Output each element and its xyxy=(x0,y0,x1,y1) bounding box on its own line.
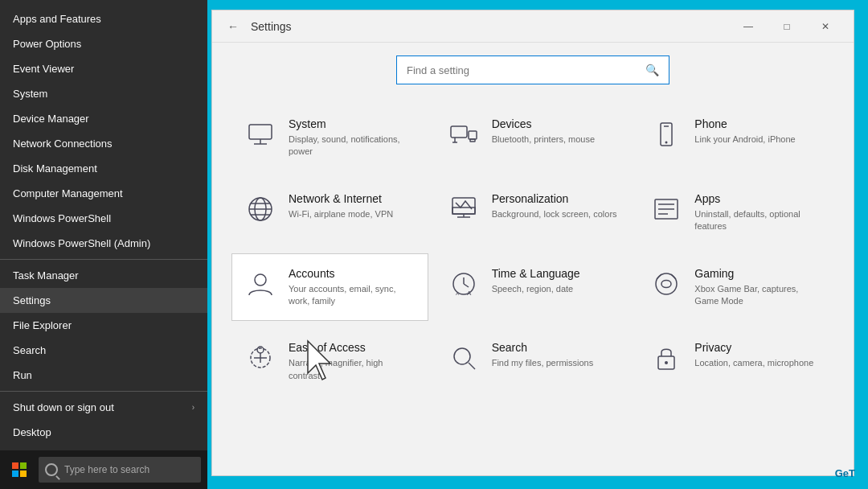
svg-rect-11 xyxy=(470,139,475,142)
settings-search-bar[interactable]: 🔍 xyxy=(396,55,669,84)
minimize-button[interactable]: — xyxy=(730,14,767,39)
settings-item-ease[interactable]: Ease of Access Narrator, magnifier, high… xyxy=(231,327,428,396)
menu-item-event-viewer[interactable]: Event Viewer xyxy=(0,56,207,81)
accounts-icon xyxy=(244,267,277,301)
svg-point-41 xyxy=(454,348,470,364)
menu-item-label: Disk Management xyxy=(13,162,97,175)
maximize-button[interactable]: □ xyxy=(768,14,805,39)
menu-item-settings[interactable]: Settings xyxy=(0,288,207,313)
ease-desc: Narrator, magnifier, high contrast xyxy=(289,357,416,382)
gaming-title: Gaming xyxy=(694,267,822,280)
menu-item-windows-powershell[interactable]: Windows PowerShell xyxy=(0,206,207,231)
phone-title: Phone xyxy=(694,117,795,130)
accounts-title: Accounts xyxy=(289,267,416,280)
time-title: Time & Language xyxy=(492,267,580,280)
svg-rect-2 xyxy=(12,471,18,477)
phone-icon xyxy=(649,117,683,151)
close-button[interactable]: ✕ xyxy=(807,14,844,39)
svg-rect-4 xyxy=(249,125,272,139)
settings-item-time[interactable]: AA Time & Language Speech, region, date xyxy=(435,253,632,322)
privacy-text: Privacy Location, camera, microphone xyxy=(694,341,813,369)
settings-item-system[interactable]: System Display, sound, notifications, po… xyxy=(231,104,428,172)
svg-point-37 xyxy=(257,347,264,353)
accounts-desc: Your accounts, email, sync, work, family xyxy=(289,283,416,308)
window-title: Settings xyxy=(251,20,292,33)
svg-line-42 xyxy=(469,363,475,369)
menu-item-device-manager[interactable]: Device Manager xyxy=(0,106,207,131)
network-icon xyxy=(244,192,277,226)
menu-item-label: Task Manager xyxy=(13,269,79,281)
system-desc: Display, sound, notifications, power xyxy=(289,134,416,158)
menu-item-file-explorer[interactable]: File Explorer xyxy=(0,313,207,338)
settings-item-network[interactable]: Network & Internet Wi-Fi, airplane mode,… xyxy=(231,179,428,247)
svg-text:A: A xyxy=(456,291,459,296)
settings-item-privacy[interactable]: Privacy Location, camera, microphone xyxy=(637,327,834,396)
svg-rect-8 xyxy=(469,131,477,139)
menu-item-label: Power Options xyxy=(13,38,81,50)
svg-point-28 xyxy=(255,274,266,286)
devices-icon xyxy=(447,117,481,151)
devices-desc: Bluetooth, printers, mouse xyxy=(492,134,595,146)
apps-title: Apps xyxy=(694,192,822,205)
menu-item-network-connections[interactable]: Network Connections xyxy=(0,131,207,156)
svg-point-44 xyxy=(665,361,668,364)
ease-text: Ease of Access Narrator, magnifier, high… xyxy=(289,341,416,382)
svg-line-35 xyxy=(657,274,661,279)
settings-search-container: 🔍 xyxy=(212,43,854,97)
menu-item-search[interactable]: Search xyxy=(0,338,207,363)
system-icon xyxy=(244,117,277,151)
menu-item-task-manager[interactable]: Task Manager xyxy=(0,263,207,288)
settings-window: ← Settings — □ ✕ 🔍 System Display, sound… xyxy=(211,10,854,476)
menu-item-label: Run xyxy=(13,369,32,381)
svg-rect-1 xyxy=(20,462,27,469)
svg-line-36 xyxy=(671,274,676,279)
menu-item-label: Network Connections xyxy=(13,138,113,150)
menu-item-label: Computer Management xyxy=(13,187,123,199)
menu-separator xyxy=(0,259,207,260)
search-text: Search Find my files, permissions xyxy=(492,341,594,369)
menu-item-label: Windows PowerShell xyxy=(13,212,111,224)
settings-item-personalization[interactable]: Personalization Background, lock screen,… xyxy=(435,179,632,247)
start-button[interactable] xyxy=(0,450,39,489)
menu-item-label: Event Viewer xyxy=(13,63,74,75)
devices-text: Devices Bluetooth, printers, mouse xyxy=(492,117,595,146)
svg-rect-3 xyxy=(20,471,27,477)
menu-item-label: Apps and Features xyxy=(13,13,101,25)
gaming-desc: Xbox Game Bar, captures, Game Mode xyxy=(694,283,822,308)
personalization-icon xyxy=(447,192,481,226)
taskbar-search-box[interactable]: Type here to search xyxy=(39,457,201,483)
time-desc: Speech, region, date xyxy=(492,283,580,295)
menu-item-run[interactable]: Run xyxy=(0,363,207,388)
settings-item-apps[interactable]: Apps Uninstall, defaults, optional featu… xyxy=(637,179,834,247)
settings-item-accounts[interactable]: Accounts Your accounts, email, sync, wor… xyxy=(231,253,428,322)
menu-item-windows-powershell-admin[interactable]: Windows PowerShell (Admin) xyxy=(0,231,207,256)
search-title: Search xyxy=(492,341,594,354)
menu-item-computer-management[interactable]: Computer Management xyxy=(0,181,207,206)
phone-desc: Link your Android, iPhone xyxy=(694,134,795,146)
menu-item-shut-down[interactable]: Shut down or sign out › xyxy=(0,395,207,420)
privacy-title: Privacy xyxy=(694,341,813,354)
menu-separator-2 xyxy=(0,391,207,392)
menu-item-apps-features[interactable]: Apps and Features xyxy=(0,6,207,31)
taskbar-search-placeholder: Type here to search xyxy=(64,464,149,475)
menu-item-label: Desktop xyxy=(13,426,51,438)
menu-item-system[interactable]: System xyxy=(0,81,207,106)
system-text: System Display, sound, notifications, po… xyxy=(289,117,416,158)
settings-item-phone[interactable]: Phone Link your Android, iPhone xyxy=(637,104,834,172)
back-button[interactable]: ← xyxy=(222,15,244,38)
menu-item-disk-management[interactable]: Disk Management xyxy=(0,156,207,181)
menu-item-power-options[interactable]: Power Options xyxy=(0,31,207,56)
settings-search-input[interactable] xyxy=(407,64,645,76)
menu-item-label: Shut down or sign out xyxy=(13,401,114,413)
personalization-desc: Background, lock screen, colors xyxy=(492,208,617,220)
svg-rect-7 xyxy=(451,126,467,138)
svg-rect-20 xyxy=(452,198,475,214)
settings-item-gaming[interactable]: Gaming Xbox Game Bar, captures, Game Mod… xyxy=(637,253,834,322)
apps-icon xyxy=(649,192,683,226)
menu-item-desktop[interactable]: Desktop xyxy=(0,420,207,445)
settings-item-devices[interactable]: Devices Bluetooth, printers, mouse xyxy=(435,104,632,172)
search-desc: Find my files, permissions xyxy=(492,357,594,369)
menu-item-label: File Explorer xyxy=(13,319,72,331)
settings-item-search[interactable]: Search Find my files, permissions xyxy=(435,327,632,396)
taskbar: Type here to search xyxy=(0,450,207,489)
